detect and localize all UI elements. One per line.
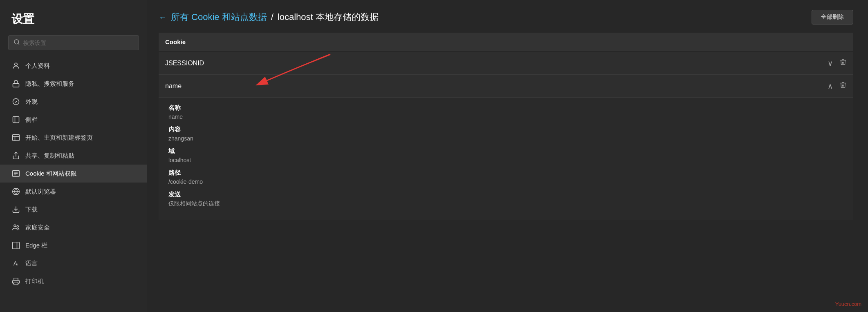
profile-icon: [11, 61, 20, 70]
delete-icon-name[interactable]: [839, 81, 847, 91]
appearance-icon: [11, 97, 20, 106]
search-box[interactable]: [8, 35, 139, 50]
browser-icon: [11, 187, 20, 196]
detail-value-path: /cookie-demo: [168, 178, 843, 185]
sidebar-item-language-label: 语言: [25, 260, 38, 267]
back-button[interactable]: ←: [159, 13, 167, 22]
cookie-name-name: name: [165, 82, 828, 90]
cookie-row-jsessionid[interactable]: JSESSIONID ∨: [159, 52, 853, 75]
sidebar-item-appearance[interactable]: 外观: [0, 93, 147, 111]
sidebar-item-share[interactable]: 共享、复制和粘贴: [0, 147, 147, 165]
sidebar-item-cookies[interactable]: Cookie 和网站权限: [0, 165, 147, 183]
sidebar-item-edgebar[interactable]: Edge 栏: [0, 236, 147, 254]
detail-value-domain: localhost: [168, 157, 843, 163]
detail-field-send: 发送 仅限相同站点的连接: [168, 191, 843, 207]
sidebar-item-profile-label: 个人资料: [25, 62, 50, 70]
main-content: ← 所有 Cookie 和站点数据 / localhost 本地存储的数据 全部…: [147, 0, 868, 312]
sidebar-item-edgebar-label: Edge 栏: [25, 242, 47, 250]
svg-rect-21: [14, 282, 18, 285]
edgebar-icon: [11, 241, 20, 250]
sidebar-item-language[interactable]: Aᵢ 语言: [0, 254, 147, 272]
cookie-section-header: Cookie: [159, 33, 853, 51]
sidebar-item-family[interactable]: 家庭安全: [0, 218, 147, 236]
breadcrumb-current: localhost 本地存储的数据: [278, 11, 379, 23]
detail-field-domain: 域 localhost: [168, 147, 843, 163]
detail-label-send: 发送: [168, 191, 843, 198]
sidebar-item-printer[interactable]: 打印机: [0, 272, 147, 290]
detail-label-content: 内容: [168, 126, 843, 134]
sidebar-item-sidebar-label: 侧栏: [25, 116, 38, 124]
family-icon: [11, 223, 20, 232]
content-area: Cookie JSESSIONID ∨ name: [147, 33, 868, 312]
detail-field-path: 路径 /cookie-demo: [168, 169, 843, 185]
sidebar-item-sidebar[interactable]: 侧栏: [0, 111, 147, 129]
svg-rect-19: [13, 242, 20, 249]
detail-field-name: 名称 name: [168, 104, 843, 120]
svg-rect-4: [13, 117, 19, 123]
detail-value-send: 仅限相同站点的连接: [168, 200, 843, 207]
svg-rect-3: [13, 83, 19, 87]
detail-label-name: 名称: [168, 104, 843, 112]
sidebar-icon: [11, 115, 20, 124]
search-icon: [13, 39, 20, 47]
sidebar-item-download[interactable]: 下载: [0, 201, 147, 218]
delete-all-button[interactable]: 全部删除: [812, 10, 853, 25]
name-cookie-container: name ∧: [159, 75, 853, 220]
svg-point-17: [14, 225, 16, 227]
detail-value-content: zhangsan: [168, 135, 843, 142]
sidebar-item-profile[interactable]: 个人资料: [0, 57, 147, 75]
lock-icon: [11, 79, 20, 88]
breadcrumb-link[interactable]: 所有 Cookie 和站点数据: [171, 11, 267, 23]
sidebar-item-browser[interactable]: 默认浏览器: [0, 183, 147, 201]
breadcrumb-separator: /: [271, 12, 274, 22]
download-icon: [11, 205, 20, 214]
sidebar-item-appearance-label: 外观: [25, 98, 38, 106]
breadcrumb: ← 所有 Cookie 和站点数据 / localhost 本地存储的数据: [159, 11, 379, 23]
sidebar-item-privacy[interactable]: 隐私、搜索和服务: [0, 75, 147, 93]
expand-icon-jsessionid[interactable]: ∨: [828, 59, 833, 68]
sidebar-item-newtab-label: 开始、主页和新建标签页: [25, 134, 93, 142]
svg-line-1: [18, 43, 19, 45]
sidebar-item-browser-label: 默认浏览器: [25, 188, 56, 196]
svg-point-18: [17, 225, 18, 227]
expand-icon-name[interactable]: ∧: [828, 82, 833, 91]
detail-label-domain: 域: [168, 147, 843, 155]
share-icon: [11, 151, 20, 160]
main-header: ← 所有 Cookie 和站点数据 / localhost 本地存储的数据 全部…: [147, 0, 868, 33]
printer-icon: [11, 277, 20, 286]
detail-label-path: 路径: [168, 169, 843, 177]
search-input[interactable]: [23, 40, 134, 46]
language-icon: Aᵢ: [11, 259, 20, 268]
detail-field-content: 内容 zhangsan: [168, 126, 843, 142]
svg-point-2: [15, 63, 18, 66]
nav-list: 个人资料 隐私、搜索和服务 外观: [0, 57, 147, 312]
cookie-row-name[interactable]: name ∧: [159, 75, 853, 98]
sidebar: 设置 个人资料 隐私、搜索和服务: [0, 0, 147, 312]
detail-value-name: name: [168, 114, 843, 120]
cookie-row-jsessionid-actions: ∨: [828, 58, 847, 68]
cookie-row-name-actions: ∧: [828, 81, 847, 91]
sidebar-item-cookies-label: Cookie 和网站权限: [25, 170, 77, 178]
sidebar-item-newtab[interactable]: 开始、主页和新建标签页: [0, 129, 147, 147]
sidebar-item-printer-label: 打印机: [25, 278, 44, 285]
svg-rect-6: [13, 135, 20, 141]
delete-icon-jsessionid[interactable]: [839, 58, 847, 68]
watermark: Yuucn.com: [835, 301, 861, 307]
cookie-detail-name: 名称 name 内容 zhangsan 域 localhost 路径 /cook…: [159, 98, 853, 220]
sidebar-item-family-label: 家庭安全: [25, 224, 50, 232]
home-icon: [11, 133, 20, 142]
svg-point-0: [14, 40, 19, 44]
sidebar-item-download-label: 下载: [25, 206, 38, 214]
page-title: 设置: [0, 11, 147, 35]
cookie-name-jsessionid: JSESSIONID: [165, 60, 828, 67]
sidebar-item-privacy-label: 隐私、搜索和服务: [25, 80, 74, 88]
cookies-icon: [11, 169, 20, 178]
sidebar-item-share-label: 共享、复制和粘贴: [25, 152, 74, 160]
